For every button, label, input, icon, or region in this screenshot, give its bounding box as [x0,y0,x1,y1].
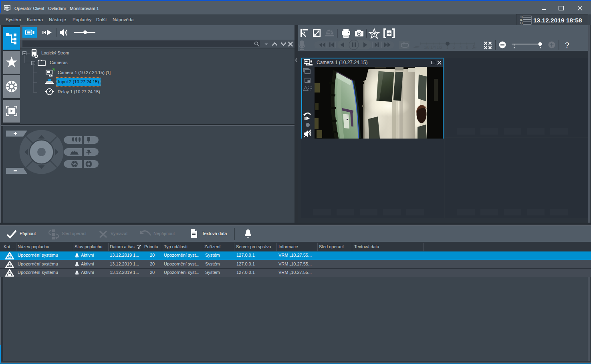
svg-text:1/4: 1/4 [430,45,436,50]
svg-text:1/2: 1/2 [437,45,442,50]
svg-text:1: 1 [446,45,449,50]
svg-text:?: ? [565,41,569,49]
svg-text:1/8: 1/8 [424,45,430,50]
svg-text:4: 4 [460,45,462,50]
svg-text:2: 2 [453,45,456,50]
svg-text:CPU: CPU [519,16,523,24]
svg-text:8: 8 [466,45,468,50]
